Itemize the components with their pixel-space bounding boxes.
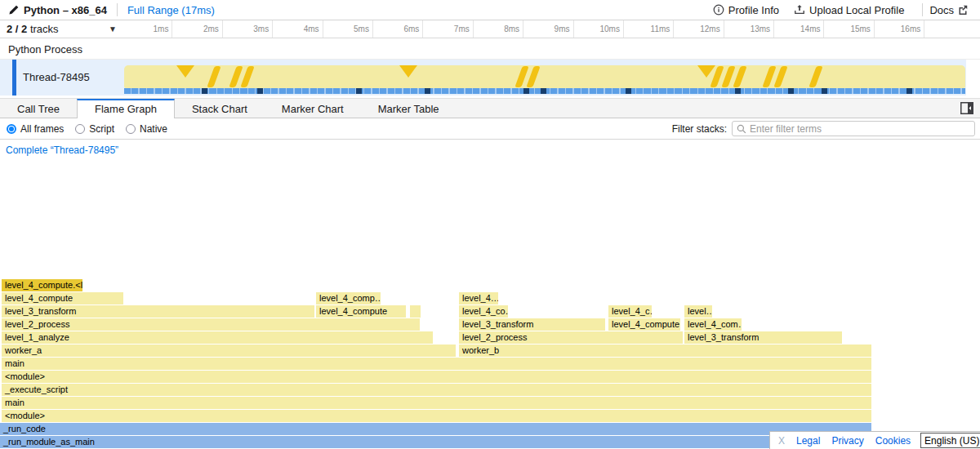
flame-box[interactable]	[410, 305, 421, 318]
thread-sample-bar[interactable]	[124, 88, 965, 94]
footer-link-x[interactable]: X	[778, 435, 785, 447]
flame-box[interactable]: level_2_process	[2, 318, 420, 331]
flame-box[interactable]: _run_code	[0, 423, 871, 435]
flame-box[interactable]: level_4…	[459, 292, 498, 305]
search-icon	[737, 124, 746, 134]
footer-link-privacy[interactable]: Privacy	[831, 435, 863, 447]
tab-call-tree[interactable]: Call Tree	[0, 99, 77, 119]
ruler-tick-label: 1ms	[122, 20, 172, 38]
flame-box[interactable]: level_2_process	[459, 331, 683, 344]
thread-track-label: Thread-78495	[23, 71, 90, 83]
flame-box[interactable]: level_1_analyze	[2, 331, 433, 344]
flame-box[interactable]: <module>	[2, 371, 871, 383]
panel-tabbar: Call TreeFlame GraphStack ChartMarker Ch…	[0, 98, 980, 118]
activity-marker-tri	[697, 65, 715, 78]
thread-track-row[interactable]: Thread-78495	[0, 60, 966, 96]
activity-marker-slash	[733, 66, 746, 87]
activity-marker-slash	[773, 66, 787, 87]
sample-tick	[523, 88, 529, 94]
sample-tick	[735, 88, 741, 94]
profile-title: Python – x86_64	[24, 4, 107, 16]
sidebar-toggle-icon[interactable]	[960, 102, 973, 114]
tracks-dropdown-icon[interactable]: ▼	[109, 24, 117, 33]
footer-bar: XLegalPrivacyCookies English (US)	[769, 431, 980, 449]
activity-marker-tri	[399, 65, 417, 78]
upload-icon	[794, 4, 809, 16]
flame-box[interactable]: level_3_transform	[459, 318, 605, 331]
footer-link-cookies[interactable]: Cookies	[875, 435, 911, 447]
profile-info-button[interactable]: Profile Info	[713, 4, 779, 16]
tab-flame-graph[interactable]: Flame Graph	[77, 99, 175, 119]
header-bar: Python – x86_64 Full Range (17ms) Profil…	[0, 0, 980, 20]
activity-marker-slash	[808, 66, 822, 87]
radio-all-frames[interactable]	[7, 124, 16, 134]
flame-box[interactable]: <module>	[2, 410, 871, 422]
flame-box[interactable]: worker_b	[459, 345, 871, 357]
flame-box[interactable]: worker_a	[2, 345, 456, 357]
ruler-tick-label: 10ms	[574, 20, 624, 38]
flame-box[interactable]: level_4_compute.<l…	[2, 279, 82, 291]
tab-marker-chart[interactable]: Marker Chart	[265, 99, 361, 119]
radio-label: All frames	[20, 123, 64, 135]
activity-marker-slash	[526, 66, 540, 87]
ruler-tick-label: 3ms	[223, 20, 273, 38]
sample-tick	[906, 88, 912, 94]
sample-tick	[822, 88, 827, 94]
header-actions: Profile Info Upload Local Profile Docs	[713, 3, 980, 16]
activity-marker-slash	[240, 66, 254, 87]
tab-stack-chart[interactable]: Stack Chart	[175, 99, 265, 119]
ruler-tick-label: 9ms	[523, 20, 573, 38]
upload-profile-button[interactable]: Upload Local Profile	[794, 4, 904, 16]
sample-tick	[257, 88, 263, 94]
sample-tick	[541, 88, 546, 94]
full-range-link[interactable]: Full Range (17ms)	[127, 4, 215, 16]
flame-box[interactable]: level…	[684, 305, 712, 318]
flame-box[interactable]: level_4_comp…	[316, 292, 381, 305]
activity-marker-slash	[207, 66, 220, 87]
ruler-tick-label: 15ms	[824, 20, 874, 38]
flame-graph-canvas[interactable]: level_4_compute.<l…level_4_computelevel_…	[0, 160, 980, 449]
external-link-icon	[958, 5, 972, 15]
language-select[interactable]: English (US)	[920, 433, 980, 448]
thread-activity-graph[interactable]	[124, 65, 965, 88]
flame-box[interactable]: main	[2, 397, 871, 409]
flame-box[interactable]: level_4_c…	[608, 305, 652, 318]
tab-marker-table[interactable]: Marker Table	[361, 99, 457, 119]
flame-box[interactable]: level_3_transform	[684, 331, 842, 344]
filter-stacks-input[interactable]	[750, 123, 974, 135]
filter-stacks-label: Filter stacks:	[672, 123, 727, 135]
flame-box[interactable]: main	[2, 358, 871, 370]
thread-selected-accent	[12, 60, 16, 96]
flame-box[interactable]: level_4_compute	[2, 292, 123, 305]
ruler-tick-label: 16ms	[875, 20, 924, 38]
footer-link-legal[interactable]: Legal	[796, 435, 820, 447]
edit-pencil-icon[interactable]	[8, 5, 19, 16]
ruler-tick-label: 8ms	[474, 20, 523, 38]
ruler-tick-label: 4ms	[273, 20, 323, 38]
flame-box[interactable]: level_4_compute	[316, 305, 406, 318]
flame-box[interactable]: level_4_com…	[684, 318, 742, 331]
radio-script[interactable]	[75, 124, 85, 134]
radio-native[interactable]	[126, 124, 136, 134]
breadcrumb[interactable]: Complete “Thread-78495”	[6, 144, 118, 156]
ruler-tick-label: 7ms	[423, 20, 473, 38]
header-divider	[117, 3, 118, 16]
ruler-tick-label: 14ms	[774, 20, 824, 38]
flame-box[interactable]: level_4_co…	[459, 305, 508, 318]
info-icon	[713, 4, 728, 16]
process-track-row[interactable]: Python Process	[0, 38, 980, 60]
tracks-count: 2 / 2 tracks	[7, 23, 59, 35]
flame-box[interactable]: _execute_script	[2, 384, 871, 396]
flame-box[interactable]: level_4_compute	[608, 318, 680, 331]
ruler-tick-label: 2ms	[172, 20, 222, 38]
profiler-app: Python – x86_64 Full Range (17ms) Profil…	[0, 0, 980, 449]
radio-label: Script	[89, 123, 114, 135]
frame-filter-radios: All framesScriptNative	[7, 123, 179, 135]
docs-link[interactable]: Docs	[929, 4, 972, 16]
sample-tick	[626, 88, 631, 94]
filter-input-wrap	[732, 121, 975, 136]
sample-tick	[202, 88, 207, 94]
sample-tick	[788, 88, 794, 94]
flame-box[interactable]: level_3_transform	[2, 305, 314, 318]
flame-box[interactable]: _run_module_as_main	[0, 436, 871, 448]
